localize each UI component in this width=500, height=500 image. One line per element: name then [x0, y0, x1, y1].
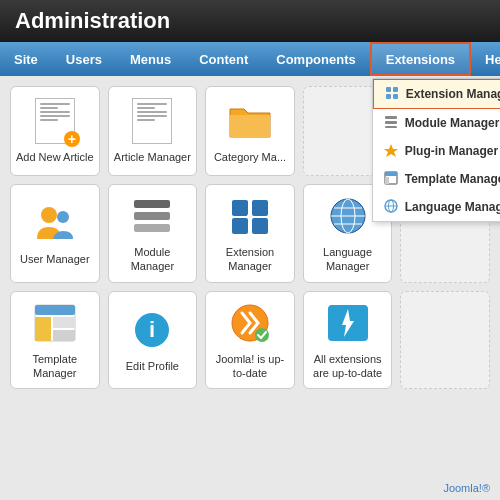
svg-rect-31 — [35, 305, 75, 315]
dropdown-module-manager-label: Module Manager — [405, 116, 500, 130]
svg-rect-1 — [393, 87, 398, 92]
nav-extensions[interactable]: Extensions Extension Manager — [370, 42, 471, 76]
dropdown-template-manager[interactable]: Template Manager — [373, 165, 500, 193]
tile-joomla-uptodate-label: Joomla! is up-to-date — [210, 352, 290, 381]
svg-rect-10 — [385, 177, 389, 184]
tile-extension-manager-label: Extension Manager — [210, 245, 290, 274]
svg-rect-4 — [385, 116, 397, 119]
article-manager-icon — [129, 98, 175, 144]
nav-menus[interactable]: Menus — [116, 42, 185, 76]
svg-rect-3 — [393, 94, 398, 99]
language-icon-small — [383, 199, 399, 215]
nav-users[interactable]: Users — [52, 42, 116, 76]
svg-point-15 — [57, 211, 69, 223]
extension-manager-icon — [227, 193, 273, 239]
svg-rect-16 — [134, 200, 170, 208]
admin-header: Administration — [0, 0, 500, 42]
nav-help[interactable]: Help — [471, 42, 500, 76]
svg-rect-22 — [252, 218, 268, 234]
add-article-icon: + — [32, 98, 78, 144]
svg-marker-7 — [384, 144, 398, 157]
dropdown-extension-manager-label: Extension Manager — [406, 87, 500, 101]
tile-user-manager[interactable]: User Manager — [10, 184, 100, 283]
svg-rect-32 — [35, 317, 51, 341]
tile-category-manager[interactable]: Category Ma... — [205, 86, 295, 176]
tile-edit-profile-label: Edit Profile — [126, 359, 179, 373]
svg-rect-34 — [53, 330, 75, 341]
tile-template-manager-label: Template Manager — [15, 352, 95, 381]
category-manager-icon — [227, 98, 273, 144]
tile-add-new-article[interactable]: + Add New Article — [10, 86, 100, 176]
tile-article-manager[interactable]: Article Manager — [108, 86, 198, 176]
tile-edit-profile[interactable]: i Edit Profile — [108, 291, 198, 390]
dropdown-language-manager-label: Language Manager — [405, 200, 500, 214]
tile-module-manager[interactable]: Module Manager — [108, 184, 198, 283]
svg-rect-6 — [385, 126, 397, 128]
tile-category-manager-label: Category Ma... — [214, 150, 286, 164]
user-manager-icon — [32, 200, 78, 246]
tile-extension-manager[interactable]: Extension Manager — [205, 184, 295, 283]
nav-content[interactable]: Content — [185, 42, 262, 76]
language-manager-icon — [325, 193, 371, 239]
tile-joomla-uptodate[interactable]: Joomla! is up-to-date — [205, 291, 295, 390]
tile-article-manager-label: Article Manager — [114, 150, 191, 164]
puzzle-icon — [384, 86, 400, 102]
tile-language-manager-label: Language Manager — [308, 245, 388, 274]
tile-extensions-uptodate[interactable]: All extensions are up-to-date — [303, 291, 393, 390]
template-manager-icon — [32, 300, 78, 346]
edit-profile-icon: i — [129, 307, 175, 353]
template-icon-small — [383, 171, 399, 187]
svg-rect-2 — [386, 94, 391, 99]
extensions-uptodate-icon — [325, 300, 371, 346]
module-icon — [383, 115, 399, 131]
tile-extensions-uptodate-label: All extensions are up-to-date — [308, 352, 388, 381]
svg-rect-17 — [134, 212, 170, 220]
svg-rect-0 — [386, 87, 391, 92]
plugin-icon — [383, 143, 399, 159]
svg-rect-5 — [385, 121, 397, 124]
dropdown-plugin-manager[interactable]: Plug-in Manager — [373, 137, 500, 165]
nav-components[interactable]: Components — [262, 42, 369, 76]
dropdown-extension-manager[interactable]: Extension Manager — [373, 79, 500, 109]
dropdown-template-manager-label: Template Manager — [405, 172, 500, 186]
svg-rect-9 — [385, 172, 397, 176]
nav-site[interactable]: Site — [0, 42, 52, 76]
extensions-dropdown: Extension Manager Module Manager — [372, 78, 500, 222]
svg-rect-19 — [232, 200, 248, 216]
svg-text:i: i — [149, 317, 155, 342]
tile-user-manager-label: User Manager — [20, 252, 90, 266]
joomla-brand: Joomla!® — [443, 482, 490, 494]
tile-add-new-article-label: Add New Article — [16, 150, 94, 164]
dropdown-module-manager[interactable]: Module Manager — [373, 109, 500, 137]
tile-module-manager-label: Module Manager — [113, 245, 193, 274]
svg-point-14 — [41, 207, 57, 223]
dropdown-language-manager[interactable]: Language Manager — [373, 193, 500, 221]
navigation-bar: Site Users Menus Content Components Exte… — [0, 42, 500, 76]
joomla-uptodate-icon — [227, 300, 273, 346]
svg-rect-33 — [53, 317, 75, 328]
svg-rect-18 — [134, 224, 170, 232]
svg-rect-21 — [232, 218, 248, 234]
svg-rect-20 — [252, 200, 268, 216]
tile-template-manager[interactable]: Template Manager — [10, 291, 100, 390]
module-manager-icon — [129, 193, 175, 239]
dropdown-plugin-manager-label: Plug-in Manager — [405, 144, 498, 158]
tile-blank-4 — [400, 291, 490, 390]
page-title: Administration — [15, 8, 170, 34]
